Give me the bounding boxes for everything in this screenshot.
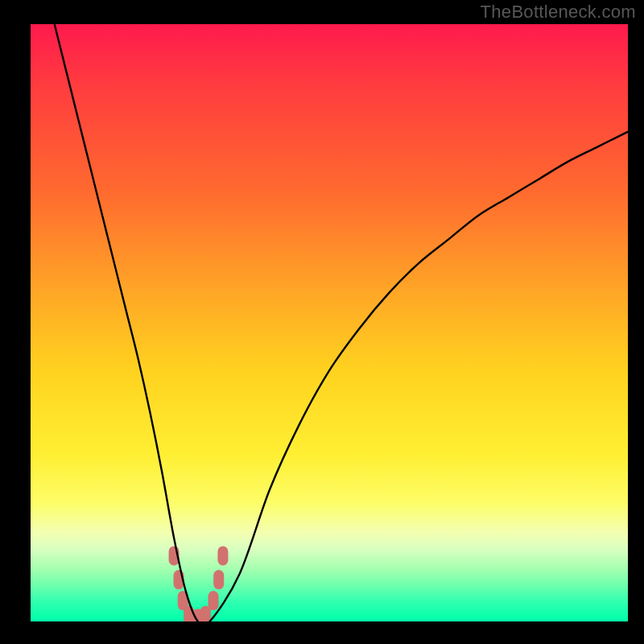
curve-svg [31, 24, 628, 621]
chart-frame: TheBottleneck.com [0, 0, 644, 644]
minimum-marker [208, 591, 219, 610]
watermark-text: TheBottleneck.com [481, 2, 636, 23]
bottleneck-curve [55, 24, 628, 621]
minimum-marker [217, 546, 228, 565]
minimum-marker [213, 570, 224, 589]
plot-area [31, 24, 628, 621]
